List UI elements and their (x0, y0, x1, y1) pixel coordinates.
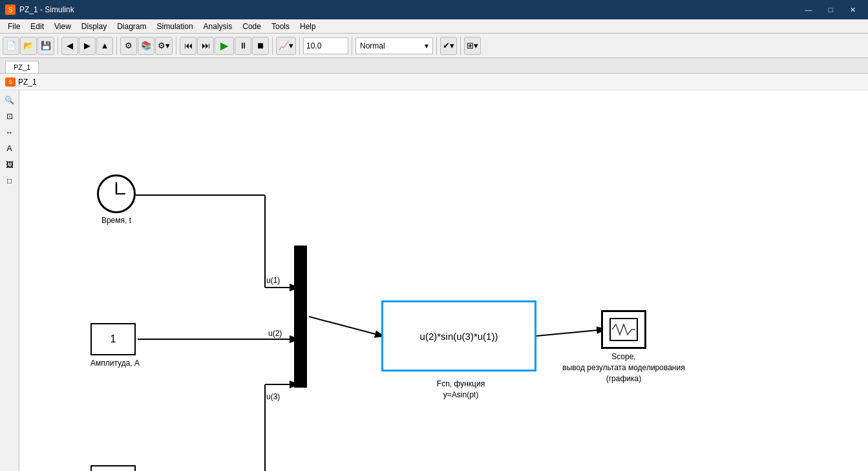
model-toolbar-group: ⚙ 📚 ⚙▾ (120, 37, 173, 55)
sep5 (299, 37, 300, 55)
menu-diagram[interactable]: Diagram (112, 21, 151, 32)
stop-button[interactable]: ⏹ (252, 37, 269, 55)
amplitude-block-label: Амплитуда, A (90, 358, 140, 369)
nav-toolbar-group: ◀ ▶ ▲ (61, 37, 113, 55)
maximize-button[interactable]: □ (820, 3, 841, 16)
sim-mode-dropdown[interactable]: Normal ▾ (355, 37, 433, 54)
frequency-block-box: 1 (90, 465, 136, 471)
forward-button[interactable]: ▶ (79, 37, 96, 55)
svg-text:u(3): u(3) (266, 392, 280, 401)
step-back-button[interactable]: ⏮ (180, 37, 196, 55)
clock-block-box (97, 174, 136, 213)
close-button[interactable]: ✕ (842, 3, 863, 16)
check-button[interactable]: ✔▾ (440, 37, 457, 55)
model-settings-button[interactable]: ⚙ (120, 37, 137, 55)
menu-edit[interactable]: Edit (25, 21, 49, 32)
clock-block[interactable]: Время, t (97, 174, 136, 226)
image-tool[interactable]: 🖼 (3, 158, 17, 172)
sep2 (116, 37, 117, 55)
menu-simulation[interactable]: Simulation (152, 21, 198, 32)
up-button[interactable]: ▲ (96, 37, 113, 55)
sim-mode-chevron-icon: ▾ (425, 41, 429, 50)
menubar: File Edit View Display Diagram Simulatio… (0, 19, 868, 34)
scope-display-icon (611, 319, 637, 340)
pan-tool[interactable]: ↔ (3, 125, 17, 140)
svg-line-10 (309, 317, 383, 336)
play-button[interactable]: ▶ (215, 37, 234, 55)
main-canvas[interactable]: u(1) u(2) u(3) (19, 90, 868, 471)
frequency-block[interactable]: 1 частота колебаний, p (90, 465, 167, 471)
canvas-container: 🔍 ⊡ ↔ A 🖼 □ u(1) (0, 90, 868, 471)
fcn-block-label: Fcn, функция y=Asin(pt) (383, 379, 538, 401)
sim-toolbar-group: ⏮ ⏭ ▶ ⏸ ⏹ (180, 37, 269, 55)
amplitude-block[interactable]: 1 Амплитуда, A (90, 323, 140, 369)
zoom-in-tool[interactable]: 🔍 (3, 93, 17, 107)
breadcrumb-label: PZ_1 (18, 78, 37, 87)
text-tool[interactable]: A (3, 141, 17, 156)
scope-button[interactable]: 📈▾ (276, 37, 296, 55)
breadcrumb-icon: S (5, 78, 16, 87)
menu-code[interactable]: Code (237, 21, 266, 32)
scope-block-box (601, 310, 646, 349)
pause-button[interactable]: ⏸ (235, 37, 251, 55)
menu-file[interactable]: File (3, 21, 25, 32)
scope-block[interactable]: Scope, вывод результата моделирования (г… (601, 310, 688, 384)
new-button[interactable]: 📄 (3, 37, 19, 55)
rect-tool[interactable]: □ (3, 174, 17, 188)
clock-icon (99, 176, 134, 211)
menu-display[interactable]: Display (76, 21, 112, 32)
sep6 (352, 37, 352, 55)
titlebar: S PZ_1 - Simulink — □ ✕ (0, 0, 868, 19)
step-forward-button[interactable]: ⏭ (197, 37, 214, 55)
back-button[interactable]: ◀ (61, 37, 78, 55)
save-button[interactable]: 💾 (37, 37, 54, 55)
titlebar-title: PZ_1 - Simulink (19, 5, 74, 14)
sep7 (436, 37, 437, 55)
open-button[interactable]: 📂 (20, 37, 37, 55)
scope-inner-box (609, 318, 638, 341)
menu-view[interactable]: View (49, 21, 76, 32)
amplitude-block-box: 1 (90, 323, 136, 355)
fcn-block[interactable]: u(2)*sin(u(3)*u(1)) Fcn, функция y=Asin(… (381, 300, 536, 372)
sep8 (460, 37, 461, 55)
tab-pz1-label: PZ_1 (14, 63, 30, 71)
sim-mode-label: Normal (360, 41, 385, 50)
minimize-button[interactable]: — (798, 3, 819, 16)
tabbar: PZ_1 (0, 58, 868, 74)
sep3 (176, 37, 176, 55)
clock-block-label: Время, t (101, 216, 131, 226)
mux-block[interactable] (294, 246, 307, 388)
svg-line-11 (536, 330, 604, 336)
menu-tools[interactable]: Tools (266, 21, 295, 32)
titlebar-controls: — □ ✕ (798, 3, 863, 16)
menu-help[interactable]: Help (295, 21, 321, 32)
app-icon: S (5, 5, 16, 15)
connections-svg: u(1) u(2) u(3) (19, 90, 868, 471)
sep4 (272, 37, 273, 55)
left-sidebar: 🔍 ⊡ ↔ A 🖼 □ (0, 90, 19, 471)
toolbar: 📄 📂 💾 ◀ ▶ ▲ ⚙ 📚 ⚙▾ ⏮ ⏭ ▶ ⏸ ⏹ 📈▾ Normal ▾… (0, 34, 868, 58)
sep1 (58, 37, 58, 55)
stop-time-input[interactable] (303, 37, 348, 54)
menu-analysis[interactable]: Analysis (198, 21, 238, 32)
settings2-button[interactable]: ⚙▾ (155, 37, 173, 55)
tab-pz1[interactable]: PZ_1 (5, 61, 39, 73)
breadcrumb: S PZ_1 (0, 74, 868, 90)
fcn-formula: u(2)*sin(u(3)*u(1)) (420, 331, 498, 342)
diagram-area: u(1) u(2) u(3) (19, 90, 868, 471)
svg-text:u(1): u(1) (266, 276, 280, 285)
apps-button[interactable]: ⊞▾ (464, 37, 481, 55)
svg-text:u(2): u(2) (268, 329, 282, 338)
fit-tool[interactable]: ⊡ (3, 109, 17, 123)
library-button[interactable]: 📚 (138, 37, 154, 55)
file-toolbar-group: 📄 📂 💾 (3, 37, 54, 55)
scope-block-label: Scope, вывод результата моделирования (г… (559, 351, 688, 384)
titlebar-left: S PZ_1 - Simulink (5, 5, 74, 15)
amplitude-value: 1 (111, 333, 116, 345)
